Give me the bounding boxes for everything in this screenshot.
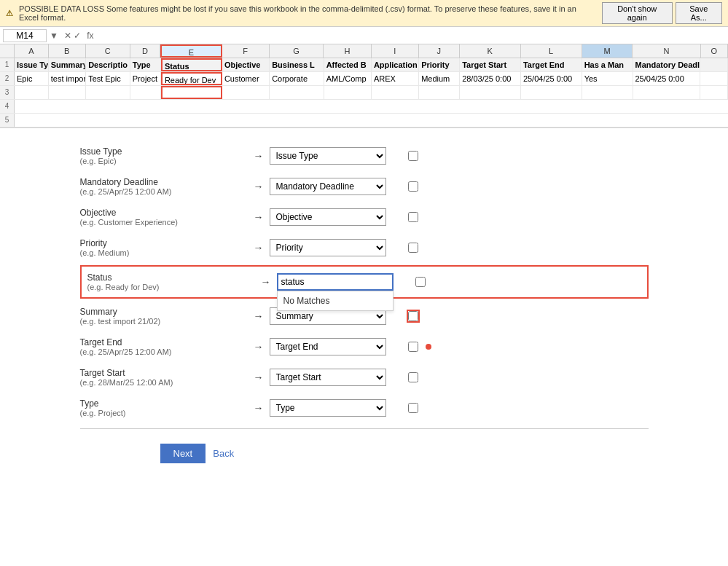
cell-b2[interactable]: test import [49, 72, 86, 85]
issue-type-select[interactable]: Issue Type [270, 147, 386, 165]
col-header-i[interactable]: I [372, 44, 419, 58]
objective-select[interactable]: Objective [270, 208, 386, 226]
row-num-4: 4 [0, 100, 15, 113]
cell-k2[interactable]: 28/03/25 0:00 [460, 72, 521, 85]
target-end-arrow: → [248, 341, 270, 353]
form-area: Issue Type (e.g. Epic) → Issue Type Mand… [0, 128, 728, 478]
cell-n1[interactable]: Mandatory Deadline [633, 58, 701, 71]
cell-c1[interactable]: Descriptio [86, 58, 130, 71]
priority-select[interactable]: Priority [270, 239, 386, 256]
cell-k1[interactable]: Target Start [460, 58, 521, 71]
col-header-c[interactable]: C [86, 44, 130, 58]
cell-d1[interactable]: Type [130, 58, 161, 71]
cell-f1[interactable]: Objective [222, 58, 270, 71]
target-end-checkbox[interactable] [408, 342, 418, 352]
save-as-button[interactable]: Save As... [676, 2, 722, 24]
type-checkbox[interactable] [408, 403, 418, 413]
summary-checkbox[interactable] [408, 311, 418, 321]
cell-l3[interactable] [521, 86, 582, 99]
status-checkbox[interactable] [415, 277, 426, 287]
cell-f3[interactable] [222, 86, 270, 99]
cell-d2[interactable]: Project [130, 72, 161, 85]
cell-a3[interactable] [15, 86, 49, 99]
cell-a2[interactable]: Epic [15, 72, 49, 85]
col-header-k[interactable]: K [460, 44, 521, 58]
cell-m1[interactable]: Has a Man [582, 58, 633, 71]
cell-n3[interactable] [633, 86, 701, 99]
col-header-m[interactable]: M [582, 44, 633, 58]
status-section: Status (e.g. Ready for Dev) → No Matches [80, 265, 649, 299]
dont-show-button[interactable]: Don't show again [602, 2, 673, 24]
cell-f2[interactable]: Customer [222, 72, 270, 85]
cell-g2[interactable]: Corporate [270, 72, 324, 85]
col-header-j[interactable]: J [419, 44, 460, 58]
col-header-o[interactable]: O [701, 44, 728, 58]
mandatory-deadline-select[interactable]: Mandatory Deadline [270, 178, 386, 195]
mandatory-deadline-checkbox[interactable] [408, 181, 418, 192]
target-start-select[interactable]: Target Start [270, 369, 386, 386]
col-header-e[interactable]: E [160, 44, 222, 58]
objective-checkbox[interactable] [408, 212, 418, 222]
status-label-group: Status (e.g. Ready for Dev) [87, 272, 255, 291]
cell-m3[interactable] [582, 86, 633, 99]
back-link[interactable]: Back [213, 448, 234, 459]
type-select-group: Type [270, 399, 649, 417]
priority-label: Priority [80, 238, 248, 248]
next-button[interactable]: Next [160, 444, 206, 463]
cell-o2[interactable] [700, 72, 728, 85]
cell-g1[interactable]: Business L [270, 58, 324, 71]
issue-type-arrow: → [248, 150, 270, 162]
col-header-g[interactable]: G [270, 44, 324, 58]
col-header-n[interactable]: N [633, 44, 700, 58]
cell-l2[interactable]: 25/04/25 0:00 [521, 72, 582, 85]
formula-input[interactable] [97, 30, 725, 42]
form-container: Issue Type (e.g. Epic) → Issue Type Mand… [80, 143, 649, 471]
cell-m2[interactable]: Yes [582, 72, 633, 85]
cell-l1[interactable]: Target End [521, 58, 582, 71]
cell-i2[interactable]: AREX [372, 72, 419, 85]
warning-icon: ⚠ [6, 9, 13, 18]
cell-a1[interactable]: Issue Type [15, 58, 49, 71]
target-start-checkbox[interactable] [408, 372, 418, 382]
cell-j2[interactable]: Medium [419, 72, 460, 85]
cell-b3[interactable] [49, 86, 86, 99]
issue-type-checkbox[interactable] [408, 151, 418, 161]
cell-h1[interactable]: Affected B [324, 58, 372, 71]
target-end-label-group: Target End (e.g. 25/Apr/25 12:00 AM) [80, 337, 248, 356]
cell-i3[interactable] [372, 86, 419, 99]
cell-e3[interactable] [161, 86, 222, 99]
cell-e2[interactable]: Ready for Dev [161, 72, 222, 85]
status-input[interactable] [277, 273, 394, 291]
cell-i1[interactable]: Application [372, 58, 419, 71]
col-header-a[interactable]: A [15, 44, 49, 58]
cell-o1[interactable] [700, 58, 728, 71]
target-start-select-group: Target Start [270, 369, 649, 386]
cell-n2[interactable]: 25/04/25 0:00 [633, 72, 701, 85]
cell-c2[interactable]: Test Epic [86, 72, 130, 85]
cell-b1[interactable]: Summary [49, 58, 86, 71]
button-row: Next Back [80, 436, 649, 471]
col-header-h[interactable]: H [324, 44, 371, 58]
col-header-l[interactable]: L [521, 44, 582, 58]
cell-d3[interactable] [130, 86, 161, 99]
cell-c3[interactable] [86, 86, 130, 99]
cell-j3[interactable] [419, 86, 460, 99]
cell-e1[interactable]: Status [161, 58, 222, 71]
cell-j1[interactable]: Priority [419, 58, 460, 71]
col-header-f[interactable]: F [222, 44, 270, 58]
mandatory-deadline-select-group: Mandatory Deadline [270, 178, 649, 195]
col-header-b[interactable]: B [49, 44, 86, 58]
target-end-select[interactable]: Target End [270, 338, 386, 355]
cell-k3[interactable] [460, 86, 521, 99]
cell-h3[interactable] [324, 86, 372, 99]
type-select[interactable]: Type [270, 399, 386, 417]
cell-g3[interactable] [270, 86, 324, 99]
cell-h2[interactable]: AML/Comp [324, 72, 372, 85]
col-header-d[interactable]: D [130, 44, 161, 58]
cell-o3[interactable] [700, 86, 728, 99]
mandatory-deadline-label: Mandatory Deadline [80, 177, 248, 187]
cell-reference[interactable] [3, 29, 47, 42]
priority-checkbox[interactable] [408, 243, 418, 253]
objective-label-group: Objective (e.g. Customer Experience) [80, 208, 248, 227]
mandatory-deadline-label-group: Mandatory Deadline (e.g. 25/Apr/25 12:00… [80, 177, 248, 196]
